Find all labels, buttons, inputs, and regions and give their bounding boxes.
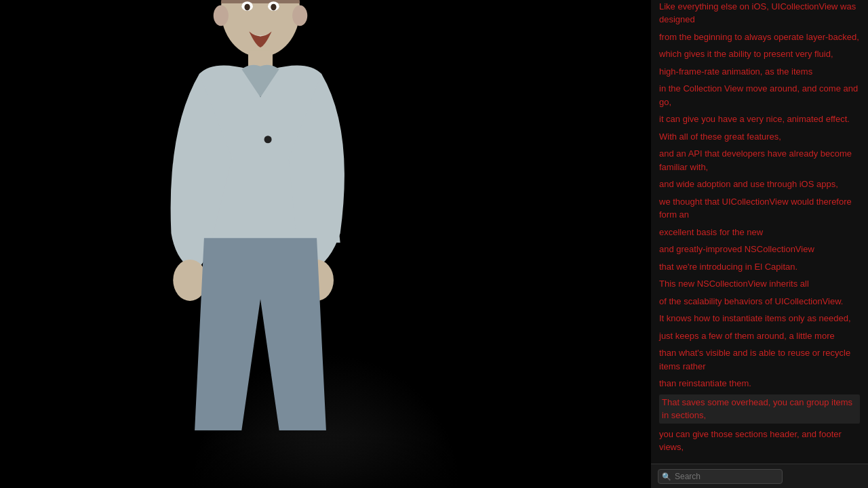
transcript-line: just keeps a few of them around, a littl…: [659, 329, 860, 343]
transcript-line: and wide adoption and use through iOS ap…: [659, 178, 860, 191]
transcript-line: With all of these great features,: [659, 130, 860, 144]
transcript-line: and greatly-improved NSCollectionView: [659, 243, 860, 256]
svg-point-10: [292, 5, 307, 26]
search-bar: 🔍: [651, 464, 868, 488]
transcript-line: we thought that UICollectionView would t…: [659, 195, 860, 222]
transcript-line: It knows how to instantiate items only a…: [659, 312, 860, 325]
svg-point-0: [221, 0, 300, 57]
video-gradient-bottom: [0, 434, 651, 488]
transcript-line: than what's visible and is able to reuse…: [659, 346, 860, 373]
svg-point-8: [271, 4, 276, 11]
transcript-line: excellent basis for the new: [659, 226, 860, 239]
transcript-line: That saves some overhead, you can group …: [659, 394, 860, 424]
transcript-line: Like everything else on iOS, UICollectio…: [659, 0, 860, 26]
transcript-line: it can give you have a very nice, animat…: [659, 113, 860, 126]
transcript-line: you can give those sections header, and …: [659, 428, 860, 454]
search-icon: 🔍: [662, 472, 671, 481]
transcript-line: that we're introducing in El Capitan.: [659, 260, 860, 274]
transcript-line: and an API that developers have already …: [659, 147, 860, 174]
transcript-line: high-frame-rate animation, as the items: [659, 65, 860, 79]
svg-point-4: [264, 136, 272, 143]
speaker-figure: [0, 0, 586, 430]
search-input[interactable]: [658, 469, 783, 484]
transcript-line: in the Collection View move around, and …: [659, 82, 860, 108]
transcript-line: than reinstantiate them.: [659, 377, 860, 390]
transcript-scroll[interactable]: about just instantiating the items for m…: [651, 0, 868, 464]
svg-point-7: [244, 4, 250, 11]
svg-point-9: [214, 5, 229, 26]
transcript-panel: about just instantiating the items for m…: [651, 0, 868, 488]
transcript-line: from the beginning to always operate lay…: [659, 30, 860, 44]
video-panel: [0, 0, 651, 488]
search-wrapper: 🔍: [658, 469, 861, 484]
transcript-line: This new NSCollectionView inherits all: [659, 277, 860, 291]
transcript-line: which gives it the ability to present ve…: [659, 47, 860, 61]
transcript-line: of the scalability behaviors of UICollec…: [659, 295, 860, 308]
